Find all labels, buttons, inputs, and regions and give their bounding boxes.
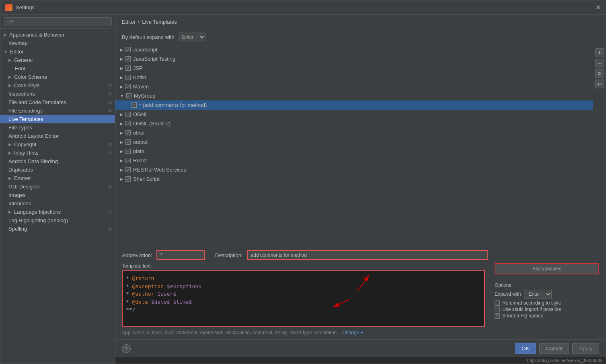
group-row-mygroup[interactable]: ▼ MyGroup [115, 91, 593, 100]
sidebar-item-live-templates[interactable]: Live Templates [0, 115, 115, 123]
sidebar-item-color-scheme[interactable]: ▶ Color Scheme [0, 73, 115, 81]
description-input[interactable] [247, 250, 488, 260]
group-row-restful[interactable]: ▶ RESTful Web Services [115, 165, 593, 174]
template-item-mygroup-child[interactable]: * (add comments for method) [115, 100, 593, 110]
template-code-editor[interactable]: * @return * @exception $exception$ * @au… [122, 270, 485, 327]
expand-arrow: ▶ [120, 66, 123, 70]
expand-with-select[interactable]: Enter Tab Space [178, 33, 205, 41]
group-row-plain[interactable]: ▶ plain [115, 147, 593, 156]
dialog-title: Settings [16, 4, 35, 10]
sidebar-item-appearance[interactable]: ▶ Appearance & Behavior [0, 31, 115, 39]
group-label: JavaScript [133, 47, 158, 53]
group-row-ognl-struts2[interactable]: ▶ OGNL (Struts 2) [115, 119, 593, 128]
cancel-button[interactable]: Cancel [539, 343, 569, 354]
sidebar-item-label: File and Code Templates [8, 99, 66, 105]
sidebar-item-general[interactable]: ▶ General [0, 56, 115, 64]
expand-arrow: ▶ [120, 48, 123, 52]
group-label: JSP [133, 65, 143, 71]
group-checkbox[interactable] [125, 158, 131, 163]
expand-bar: By default expand with Enter Tab Space [115, 29, 606, 45]
close-button[interactable]: ✕ [596, 4, 601, 11]
sidebar-item-file-encodings[interactable]: File Encodings ⧉ [0, 106, 115, 115]
group-checkbox[interactable] [125, 75, 131, 80]
group-checkbox[interactable] [125, 149, 131, 154]
group-row-maven[interactable]: ▶ Maven [115, 82, 593, 91]
group-checkbox[interactable] [125, 47, 131, 52]
group-row-javascript[interactable]: ▶ JavaScript [115, 45, 593, 54]
reformat-checkbox[interactable] [495, 301, 500, 306]
main-content: Editor › Live Templates By default expan… [115, 15, 606, 364]
group-row-ognl[interactable]: ▶ OGNL [115, 110, 593, 119]
item-checkbox[interactable] [131, 102, 137, 108]
sidebar-item-label: Spelling [8, 226, 27, 232]
group-checkbox[interactable] [125, 56, 131, 61]
apply-button[interactable]: Apply [572, 343, 599, 354]
status-bar: https://blog.csdn.net/weixin_39836585 [115, 357, 606, 364]
sidebar-item-inspections[interactable]: Inspections ⧉ [0, 90, 115, 98]
static-import-checkbox[interactable] [495, 307, 500, 312]
group-row-js-testing[interactable]: ▶ JavaScript Testing [115, 54, 593, 63]
help-button[interactable]: ? [122, 344, 131, 353]
add-button[interactable]: + [595, 48, 604, 57]
undo-button[interactable]: ↩ [595, 80, 604, 88]
copy-button[interactable]: ⧉ [595, 69, 604, 78]
sidebar-item-emmet[interactable]: ▶ Emmet [0, 174, 115, 182]
details-panel: Abbreviation: Description: Template text… [115, 246, 606, 339]
sidebar-item-inlay-hints[interactable]: ▶ Inlay Hints ⧉ [0, 149, 115, 157]
group-checkbox[interactable] [125, 121, 131, 126]
group-checkbox[interactable] [125, 139, 131, 145]
sidebar-item-gui-designer[interactable]: GUI Designer ⧉ [0, 182, 115, 191]
item-label: * (add comments for method) [139, 102, 207, 108]
sidebar-item-keymap[interactable]: Keymap [0, 39, 115, 47]
group-checkbox[interactable] [126, 93, 131, 98]
group-row-react[interactable]: ▶ React [115, 156, 593, 165]
edit-variables-button[interactable]: Edit variables [495, 263, 599, 274]
group-checkbox[interactable] [125, 130, 131, 135]
change-link[interactable]: Change [342, 330, 359, 335]
group-row-output[interactable]: ▶ output [115, 137, 593, 147]
sidebar-item-label: Editor [10, 49, 24, 55]
ok-button[interactable]: OK [515, 343, 536, 354]
sidebar-item-label: Font [15, 65, 25, 72]
sidebar-item-duplicates[interactable]: Duplicates [0, 166, 115, 174]
sidebar-item-label: Intentions [8, 200, 31, 207]
remove-button[interactable]: − [595, 59, 604, 67]
group-row-shell-script[interactable]: ▶ Shell Script [115, 174, 593, 184]
sidebar-item-label: Log Highlighting (Ideolog) [8, 217, 68, 223]
group-checkbox[interactable] [125, 112, 131, 117]
sidebar-item-code-style[interactable]: ▶ Code Style ⧉ [0, 81, 115, 90]
group-checkbox[interactable] [125, 84, 131, 89]
sidebar-item-font[interactable]: Font [0, 64, 115, 73]
sidebar-item-label: Copyright [14, 141, 37, 147]
sidebar-item-log-highlighting[interactable]: Log Highlighting (Ideolog) [0, 216, 115, 225]
sidebar-item-android-layout-editor[interactable]: Android Layout Editor [0, 132, 115, 140]
group-label: OGNL (Struts 2) [133, 121, 171, 127]
abbreviation-input[interactable] [156, 250, 205, 260]
breadcrumb-current: Live Templates [142, 19, 177, 25]
expand-with-select-options[interactable]: Enter Tab Space [524, 290, 552, 299]
group-row-kotlin[interactable]: ▶ Kotlin [115, 73, 593, 82]
sidebar-item-language-injections[interactable]: ▶ Language Injections ⧉ [0, 208, 115, 216]
group-checkbox[interactable] [125, 176, 131, 182]
group-row-other[interactable]: ▶ other [115, 128, 593, 137]
search-input[interactable] [4, 17, 112, 26]
sidebar-item-label: Inspections [8, 91, 35, 97]
shorten-fq-checkbox[interactable] [495, 313, 500, 319]
sidebar-item-images[interactable]: Images [0, 191, 115, 199]
sidebar-item-file-types[interactable]: File Types [0, 123, 115, 132]
template-text-area: Template text: * @return * @exception $e… [122, 263, 485, 327]
group-checkbox[interactable] [125, 65, 131, 71]
sidebar-item-editor[interactable]: ▼ Editor [0, 47, 115, 56]
sidebar-item-copyright[interactable]: ▶ Copyright ⧉ [0, 140, 115, 149]
sidebar-item-spelling[interactable]: Spelling ⧉ [0, 225, 115, 233]
sidebar-item-android-data-binding[interactable]: Android Data Binding [0, 157, 115, 166]
expand-arrow: ▶ [120, 122, 123, 126]
arrow-icon: ▶ [8, 142, 12, 147]
group-row-jsp[interactable]: ▶ JSP [115, 63, 593, 73]
copy-icon: ⧉ [109, 108, 112, 113]
code-line-5: **/ [126, 306, 481, 314]
bottom-bar: ? OK Cancel Apply [115, 339, 606, 357]
sidebar-item-file-code-templates[interactable]: File and Code Templates ⧉ [0, 98, 115, 106]
group-checkbox[interactable] [125, 167, 131, 172]
sidebar-item-intentions[interactable]: Intentions [0, 199, 115, 208]
